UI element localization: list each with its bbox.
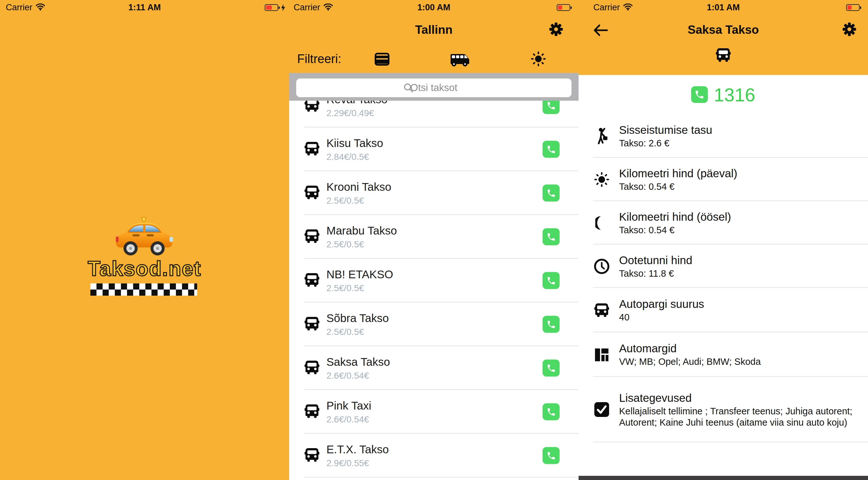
battery-icon xyxy=(846,4,860,11)
detail-value: Kellajaliselt tellimine ; Transfeer teen… xyxy=(619,406,864,428)
sun-filter-icon[interactable] xyxy=(530,51,547,68)
call-button[interactable] xyxy=(691,86,708,103)
settings-gear-icon[interactable] xyxy=(842,22,857,36)
detail-list: Sisseistumise tasuTakso: 2.6 € Kilomeetr… xyxy=(579,114,868,442)
taxi-name: E.T.X. Takso xyxy=(327,443,389,456)
list-header: Carrier 1:00 AM Tallinn Filtreeri: xyxy=(289,0,579,73)
detail-value: Takso: 0.54 € xyxy=(619,181,738,192)
taxi-row-saksa-takso[interactable]: Saksa Takso2.6€/0.54€ xyxy=(289,346,579,390)
taxi-price: 2.6€/0.54€ xyxy=(327,370,390,381)
splash-screen: Carrier 1:11 AM xyxy=(0,0,289,480)
car-icon xyxy=(305,186,319,201)
clock-icon xyxy=(593,258,610,274)
van-filter-icon[interactable] xyxy=(449,53,470,68)
taxi-price: 2.9€/0.55€ xyxy=(327,458,389,469)
call-button[interactable] xyxy=(542,229,560,245)
car-icon xyxy=(305,317,319,332)
detail-title: Ootetunni hind xyxy=(619,253,692,267)
status-bar: Carrier 1:01 AM xyxy=(579,0,868,15)
status-bar: Carrier 1:00 AM xyxy=(289,0,579,15)
moon-icon xyxy=(593,215,610,231)
taxi-name: Saksa Takso xyxy=(327,356,390,368)
battery-icon xyxy=(265,4,278,11)
taxi-row-nb-etakso[interactable]: NB! ETAKSO2.5€/0.5€ xyxy=(289,259,579,302)
call-button[interactable] xyxy=(542,447,560,464)
taxi-name: NB! ETAKSO xyxy=(327,268,393,281)
taxi-name: Pink Taxi xyxy=(327,399,371,412)
detail-title: Sisseistumise tasu xyxy=(619,123,712,137)
call-button[interactable] xyxy=(542,272,560,289)
detail-row-waiting-hour-price: Ootetunni hindTakso: 11.8 € xyxy=(579,244,868,288)
page-title: Tallinn xyxy=(289,23,579,37)
car-icon xyxy=(305,448,319,463)
call-button[interactable] xyxy=(542,141,560,158)
detail-value: Takso: 11.8 € xyxy=(619,268,692,279)
carrier-label: Carrier xyxy=(593,3,620,12)
taxi-list-screen: Carrier 1:00 AM Tallinn Filtreeri: xyxy=(289,0,579,480)
settings-gear-icon[interactable] xyxy=(549,22,563,36)
taxi-row-pink-taxi[interactable]: Pink Taxi2.6€/0.54€ xyxy=(289,390,579,434)
taxi-price: 2.5€/0.5€ xyxy=(327,327,389,337)
clock-time: 1:11 AM xyxy=(128,3,161,12)
taxi-price: 2.5€/0.5€ xyxy=(327,283,393,293)
call-button[interactable] xyxy=(542,403,560,420)
charging-bolt-icon xyxy=(281,4,285,12)
card-payment-filter-icon[interactable] xyxy=(375,53,390,67)
brand-logo-text: Taksod.net xyxy=(0,257,289,280)
detail-title: Kilomeetri hind (öösel) xyxy=(619,210,731,223)
car-icon xyxy=(305,273,319,288)
taxi-price: 2.5€/0.5€ xyxy=(327,239,397,250)
battery-icon xyxy=(557,4,570,11)
detail-row-car-brands: AutomargidVW; MB; Opel; Audi; BMW; Skoda xyxy=(579,332,868,377)
car-icon xyxy=(716,48,731,63)
sun-icon xyxy=(593,172,610,187)
taxi-price: 2.29€/0.49€ xyxy=(327,108,388,118)
detail-row-km-price-day: Kilomeetri hind (päeval)Takso: 0.54 € xyxy=(579,158,868,201)
bottom-dark-strip xyxy=(579,476,868,480)
taxi-price: 2.84€/0.5€ xyxy=(327,152,383,162)
detail-row-boarding-fee: Sisseistumise tasuTakso: 2.6 € xyxy=(579,114,868,158)
taxi-name: Krooni Takso xyxy=(327,180,392,193)
search-input[interactable] xyxy=(296,79,571,97)
call-button[interactable] xyxy=(542,185,560,202)
taxi-row-kiisu-takso[interactable]: Kiisu Takso2.84€/0.5€ xyxy=(289,127,579,171)
detail-row-extra-services: LisategevusedKellajaliselt tellimine ; T… xyxy=(579,377,868,442)
detail-title: Kilomeetri hind (päeval) xyxy=(619,167,738,180)
detail-value: Takso: 0.54 € xyxy=(619,224,731,236)
composite-screenshot: Carrier 1:11 AM xyxy=(0,0,868,480)
detail-header: Carrier 1:01 AM Saksa Takso xyxy=(579,0,868,75)
filter-bar: Filtreeri: xyxy=(289,49,579,69)
call-button[interactable] xyxy=(542,360,560,377)
person-hailing-icon xyxy=(593,127,610,145)
phone-call-row[interactable]: 1316 xyxy=(579,75,868,114)
taxi-detail-screen: Carrier 1:01 AM Saksa Takso xyxy=(579,0,868,480)
page-title: Saksa Takso xyxy=(579,23,868,37)
car-brands-grid-icon xyxy=(593,347,610,362)
taxi-name: Sõbra Takso xyxy=(327,312,389,325)
taxi-name: Kiisu Takso xyxy=(327,137,383,150)
call-button[interactable] xyxy=(542,316,560,333)
checkbox-icon xyxy=(593,402,610,417)
taxi-row-marabu-takso[interactable]: Marabu Takso2.5€/0.5€ xyxy=(289,215,579,259)
phone-number: 1316 xyxy=(714,84,755,106)
detail-value: VW; MB; Opel; Audi; BMW; Skoda xyxy=(619,356,761,367)
car-icon xyxy=(593,303,610,317)
taxi-list: Reval Takso2.29€/0.49€ Kiisu Takso2.84€/… xyxy=(289,84,579,477)
detail-title: Automargid xyxy=(619,342,761,355)
detail-title: Autopargi suurus xyxy=(619,297,704,311)
taxi-row-etx-takso[interactable]: E.T.X. Takso2.9€/0.55€ xyxy=(289,434,579,477)
carrier-label: Carrier xyxy=(293,3,320,12)
taxi-row-sobra-takso[interactable]: Sõbra Takso2.5€/0.5€ xyxy=(289,302,579,346)
detail-value: 40 xyxy=(619,312,704,323)
taxi-price: 2.5€/0.5€ xyxy=(327,196,392,206)
clock-time: 1:01 AM xyxy=(707,3,740,12)
taxi-name: Marabu Takso xyxy=(327,224,397,237)
taxi-row-krooni-takso[interactable]: Krooni Takso2.5€/0.5€ xyxy=(289,171,579,215)
detail-value: Takso: 2.6 € xyxy=(619,138,712,149)
detail-title: Lisategevused xyxy=(619,391,864,405)
detail-row-km-price-night: Kilomeetri hind (öösel)Takso: 0.54 € xyxy=(579,201,868,244)
car-icon xyxy=(305,404,319,419)
status-bar: Carrier 1:11 AM xyxy=(0,0,289,15)
filter-label: Filtreeri: xyxy=(297,52,341,66)
carrier-label: Carrier xyxy=(6,3,32,12)
